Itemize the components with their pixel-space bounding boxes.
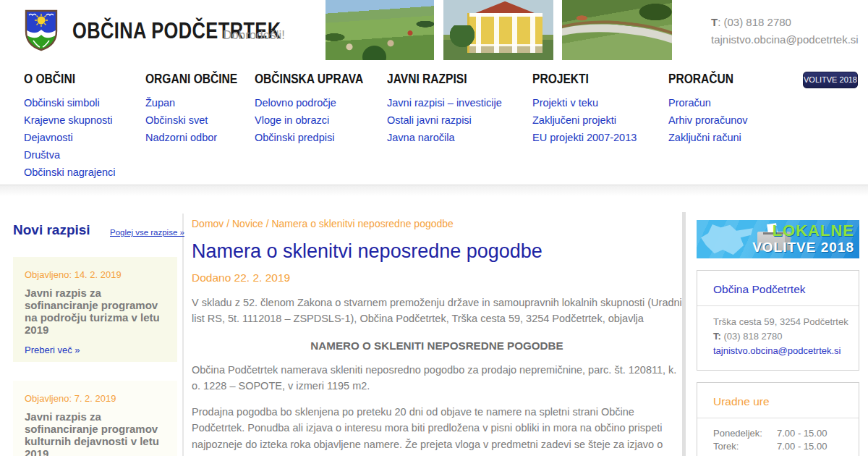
contact-box: Občina Podčetrtek Trška cesta 59, 3254 P… [697,270,859,371]
right-sidebar: LOKALNE VOLITVE 2018 Občina Podčetrtek T… [697,220,859,258]
nav-column-javni-razpisi: JAVNI RAZPISI Javni razpisi – investicij… [387,71,502,146]
nav-item[interactable]: Občinski nagrajenci [24,164,116,181]
site-title[interactable]: OBČINA PODČETRTEK [72,18,327,44]
office-hours-box: Uradne ure Ponedeljek: 7.00 - 15.00 Tore… [697,382,859,456]
office-hours-row: Ponedeljek: 7.00 - 15.00 [713,427,848,440]
contact-address: Trška cesta 59, 3254 Podčetrtek [713,315,848,329]
article-subheading: NAMERO O SKLENITI NEPOSREDNE POGODBE [192,339,682,352]
nav-item[interactable]: Ostali javni razpisi [387,111,502,129]
nav-heading-proracun[interactable]: PRORAČUN [668,71,748,87]
nav-item[interactable]: Javni razpisi – investicije [387,94,502,111]
office-hours-title: Uradne ure [697,383,859,418]
nav-item[interactable]: Župan [145,94,258,111]
article-main: Domov / Novice / Namera o sklenitvi nepo… [192,218,682,456]
header-email-link[interactable]: tajnistvo.obcina@podcetrtek.si [711,33,859,46]
nav-item[interactable]: Zaključeni projekti [532,111,637,129]
banner-line1: LOKALNE [752,222,854,239]
left-column-divider [182,214,184,456]
see-all-tenders-link[interactable]: Poglej vse razpise » [110,228,184,237]
right-column-divider [682,212,686,456]
nav-heading-organi-obcine[interactable]: ORGANI OBČINE [145,71,258,87]
municipality-coat-of-arms-logo[interactable] [24,9,59,51]
office-hours-row: Torek: 7.00 - 15.00 [713,440,848,453]
nav-heading-projekti[interactable]: PROJEKTI [532,71,637,87]
new-tenders-title: Novi razpisi [13,222,90,238]
building-roof [472,1,538,14]
header-photo-footpath [562,0,672,60]
nav-item[interactable]: Dejavnosti [24,129,116,146]
tender-title-link[interactable]: Javni razpis za sofinanciranje programov… [25,287,166,336]
nav-item[interactable]: Vloge in obrazci [255,111,387,129]
header-phone: T: (03) 818 2780 [711,14,859,31]
nav-item[interactable]: EU projekti 2007-2013 [532,129,637,146]
nav-item[interactable]: Občinski simboli [24,94,116,111]
tender-card: Objavljeno: 7. 2. 2019 Javni razpis za s… [13,381,177,456]
tender-published-date: Objavljeno: 14. 2. 2019 [25,269,166,280]
building-tree [448,25,477,49]
welcome-text: Dobrodošli! [223,28,285,43]
nav-item[interactable]: Društva [24,146,116,164]
contact-email-link[interactable]: tajnistvo.obcina@podcetrtek.si [713,345,841,356]
nav-item[interactable]: Nadzorni odbor [145,129,258,146]
nav-column-obcinska-uprava: OBČINSKA UPRAVA Delovno področje Vloge i… [255,71,387,146]
nav-heading-javni-razpisi[interactable]: JAVNI RAZPISI [387,71,502,87]
nav-item[interactable]: Proračun [668,94,748,111]
article-paragraph: V skladu z 52. členom Zakona o stvarnem … [192,295,682,327]
main-navigation: O OBČINI Občinski simboli Krajevne skupn… [0,61,868,185]
nav-column-o-obcini: O OBČINI Občinski simboli Krajevne skupn… [24,71,116,181]
header-photo-hills [326,0,434,60]
nav-item[interactable]: Projekti v teku [532,94,637,111]
nav-item[interactable]: Javna naročila [387,129,502,146]
nav-heading-obcinska-uprava[interactable]: OBČINSKA UPRAVA [255,71,387,87]
breadcrumb[interactable]: Domov / Novice / Namera o sklenitvi nepo… [192,218,682,229]
nav-bottom-divider [0,185,868,196]
nav-item[interactable]: Delovno področje [255,94,387,111]
contact-box-title[interactable]: Občina Podčetrtek [697,271,859,306]
banner-line2: VOLITVE 2018 [752,239,854,256]
article-paragraph: Občina Podčetrtek namerava skleniti nepo… [192,362,682,394]
nav-column-projekti: PROJEKTI Projekti v teku Zaključeni proj… [532,71,637,146]
slovenia-map-icon [701,224,753,256]
contact-phone: T: (03) 818 2780 [713,329,848,344]
nav-item[interactable]: Arhiv proračunov [668,111,748,129]
tender-title-link[interactable]: Javni razpis za sofinanciranje programov… [25,410,166,456]
page-title: Namera o sklenitvi neposredne pogodbe [192,240,682,263]
nav-heading-o-obcini[interactable]: O OBČINI [24,71,116,87]
nav-item[interactable]: Krajevne skupnosti [24,111,116,129]
site-header: OBČINA PODČETRTEK Dobrodošli! T: (03) 81… [0,0,868,61]
nav-item[interactable]: Občinski svet [145,111,258,129]
article-date: Dodano 22. 2. 2019 [192,271,682,284]
header-contact: T: (03) 818 2780 tajnistvo.obcina@podcet… [711,14,859,48]
building-facade [467,13,542,53]
read-more-link[interactable]: Preberi več » [25,345,166,355]
nav-item[interactable]: Občinski predpisi [255,129,387,146]
volitve-2018-button[interactable]: VOLITVE 2018 [803,72,858,88]
tender-published-date: Objavljeno: 7. 2. 2019 [25,393,166,404]
header-photo-townhall [443,0,553,60]
nav-column-proracun: PRORAČUN Proračun Arhiv proračunov Zaklj… [668,71,748,146]
article-paragraph: Prodajna pogodba bo sklenjena po preteku… [192,404,682,456]
lokalne-volitve-banner[interactable]: LOKALNE VOLITVE 2018 [697,220,859,258]
nav-item[interactable]: Zaključni računi [668,129,748,146]
nav-column-organi-obcine: ORGANI OBČINE Župan Občinski svet Nadzor… [145,71,258,146]
tender-card: Objavljeno: 14. 2. 2019 Javni razpis za … [13,257,177,362]
